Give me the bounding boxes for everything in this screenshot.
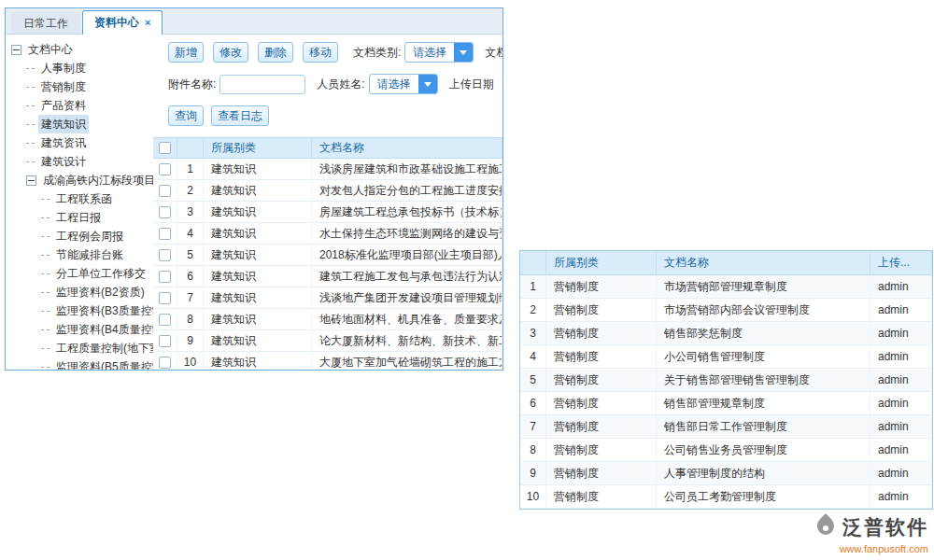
row-checkbox[interactable]: [159, 335, 171, 347]
category-header: 所属别类: [204, 138, 312, 158]
table-row[interactable]: 8 建筑知识 地砖地面材料、机具准备、质量要求及...: [153, 309, 502, 330]
tree-connector: [41, 199, 50, 200]
table-row[interactable]: 2 建筑知识 对发包人指定分包的工程施工进度安排...: [153, 180, 502, 202]
table-row[interactable]: 8 营销制度 公司销售业务员管理制度 admin: [520, 439, 932, 462]
tree-item[interactable]: 工程例会周报: [6, 227, 153, 245]
table-row[interactable]: 2 营销制度 市场营销部内部会议管理制度 admin: [520, 299, 932, 322]
tree-item-root[interactable]: 文档中心: [6, 40, 153, 59]
table-row[interactable]: 4 建筑知识 水土保持生态环境监测网络的建设与资...: [153, 223, 502, 245]
toolbar-row-2: 附件名称: 人员姓名: 请选择 上传日期: [168, 74, 502, 94]
tree-collapse-icon[interactable]: [11, 45, 21, 55]
row-checkbox[interactable]: [159, 314, 171, 326]
row-checkbox[interactable]: [159, 163, 171, 175]
tree-connector: [41, 255, 50, 256]
tab-daily-work[interactable]: 日常工作: [11, 12, 80, 34]
delete-button[interactable]: 删除: [258, 42, 293, 63]
fanpu-logo-icon: [814, 512, 837, 541]
doc-name-label-clipped: 文档名称:: [485, 45, 502, 61]
view-log-button[interactable]: 查看日志: [211, 105, 269, 126]
attachment-name-input[interactable]: [219, 75, 305, 94]
tree-connector: [26, 161, 35, 162]
tree-item-project[interactable]: 成渝高铁内江标段项目: [6, 171, 153, 189]
add-button[interactable]: 新增: [168, 42, 204, 63]
tree-connector: [26, 124, 35, 125]
document-table-header: 所属别类 文档名称: [153, 137, 502, 159]
table-row[interactable]: 7 营销制度 销售部日常工作管理制度 admin: [520, 415, 932, 439]
tree-connector: [41, 311, 50, 312]
row-checkbox[interactable]: [159, 206, 171, 218]
tree-item[interactable]: 分工单位工作移交: [6, 264, 153, 283]
tab-data-center[interactable]: 资料中心 ×: [82, 10, 163, 35]
tree-item[interactable]: 监理资料(B5质量控制): [6, 357, 153, 370]
row-number-header: [177, 138, 204, 158]
edit-button[interactable]: 修改: [213, 42, 248, 63]
tree-connector: [26, 87, 35, 88]
table-row[interactable]: 9 营销制度 人事管理制度的结构 admin: [520, 462, 932, 485]
tree-item[interactable]: 工程联系函: [6, 189, 153, 208]
tree-item[interactable]: 监理资料(B4质量控制): [6, 320, 153, 339]
tab-daily-work-label: 日常工作: [23, 16, 68, 32]
table-row[interactable]: 7 建筑知识 浅谈地产集团开发建设项目管理规划编...: [153, 287, 502, 309]
tree-item[interactable]: 建筑设计: [6, 152, 153, 171]
person-name-select[interactable]: 请选择: [369, 74, 438, 94]
toolbar-row-1: 新增 修改 删除 移动 文档类别: 请选择 文档名称:: [168, 42, 502, 63]
row-checkbox[interactable]: [159, 292, 171, 304]
doc-type-label: 文档类别:: [353, 45, 401, 61]
uploader-header: 上传...: [870, 251, 932, 274]
close-icon[interactable]: ×: [145, 18, 150, 28]
table-row[interactable]: 1 建筑知识 浅谈房屋建筑和市政基础设施工程施工...: [153, 159, 502, 180]
document-list-pane: 新增 修改 删除 移动 文档类别: 请选择 文档名称: 附件名称: 人员姓名: …: [153, 35, 502, 370]
tree-connector: [41, 329, 50, 330]
table-row[interactable]: 10 建筑知识 大厦地下室加气砼墙砌筑工程的施工方...: [153, 352, 502, 370]
move-button[interactable]: 移动: [303, 42, 338, 63]
tree-item[interactable]: 工程质量控制(地下室): [6, 339, 153, 357]
row-checkbox[interactable]: [159, 357, 171, 369]
tree-item[interactable]: 监理资料(B2资质): [6, 283, 153, 301]
row-checkbox[interactable]: [159, 185, 171, 197]
table-row[interactable]: 3 营销制度 销售部奖惩制度 admin: [520, 322, 932, 345]
table-row[interactable]: 10 营销制度 公司员工考勤管理制度 admin: [520, 485, 932, 509]
document-center-window: 日常工作 资料中心 × 文档中心 人事制度 营销制度 产品资料 建筑知识 建筑资…: [5, 7, 503, 371]
tree-item-selected[interactable]: 建筑知识: [6, 115, 153, 133]
table-row[interactable]: 3 建筑知识 房屋建筑工程总承包投标书（技术标）...: [153, 202, 502, 223]
table-row[interactable]: 5 建筑知识 2018标准化监理项目部(业主项目部)人员...: [153, 245, 502, 266]
result-table-window: 所属别类 文档名称 上传... 1 营销制度 市场营销部管理规章制度 admin…: [519, 250, 933, 510]
table-row[interactable]: 4 营销制度 小公司销售管理制度 admin: [520, 345, 932, 369]
tree-connector: [26, 68, 35, 69]
tab-bar: 日常工作 资料中心 ×: [6, 8, 502, 35]
tree-collapse-icon[interactable]: [26, 175, 36, 186]
logo-url[interactable]: www.fanpusoft.com: [840, 543, 928, 554]
tree-connector: [41, 367, 50, 368]
doc-name-header: 文档名称: [657, 251, 870, 274]
chevron-down-icon[interactable]: [418, 74, 437, 94]
row-checkbox[interactable]: [159, 228, 171, 240]
logo-title: 泛普软件: [842, 514, 928, 540]
tree-item[interactable]: 监理资料(B3质量控制): [6, 301, 153, 320]
category-tree: 文档中心 人事制度 营销制度 产品资料 建筑知识 建筑资讯 建筑设计 成渝高铁内…: [6, 35, 153, 370]
tree-connector: [41, 236, 50, 237]
tree-item[interactable]: 工程日报: [6, 208, 153, 227]
tree-item[interactable]: 营销制度: [6, 77, 153, 96]
tree-connector: [26, 143, 35, 144]
doc-type-select[interactable]: 请选择: [404, 42, 474, 63]
tab-data-center-label: 资料中心: [94, 15, 139, 31]
tree-connector: [41, 217, 50, 218]
chevron-down-icon[interactable]: [454, 42, 473, 63]
table-row[interactable]: 5 营销制度 关于销售部管理销售管理制度 admin: [520, 369, 932, 392]
select-all-checkbox[interactable]: [159, 142, 171, 154]
row-checkbox[interactable]: [159, 249, 171, 261]
query-button[interactable]: 查询: [168, 105, 204, 126]
tree-item[interactable]: 产品资料: [6, 96, 153, 115]
fanpu-logo: 泛普软件 www.fanpusoft.com: [814, 512, 928, 554]
upload-date-label: 上传日期: [449, 77, 494, 92]
tree-item[interactable]: 节能减排台账: [6, 245, 153, 264]
table-row[interactable]: 6 营销制度 销售部管理规章制度 admin: [520, 392, 932, 415]
tree-item[interactable]: 人事制度: [6, 59, 153, 77]
table-row[interactable]: 6 建筑知识 建筑工程施工发包与承包违法行为认定...: [153, 266, 502, 287]
tree-item[interactable]: 建筑资讯: [6, 133, 153, 152]
table-row[interactable]: 9 建筑知识 论大厦新材料、新结构、新技术、新工...: [153, 330, 502, 352]
row-checkbox[interactable]: [159, 271, 171, 283]
toolbar-row-3: 查询 查看日志: [168, 105, 502, 126]
table-row[interactable]: 1 营销制度 市场营销部管理规章制度 admin: [520, 275, 932, 299]
doc-type-value: 请选择: [405, 45, 454, 61]
